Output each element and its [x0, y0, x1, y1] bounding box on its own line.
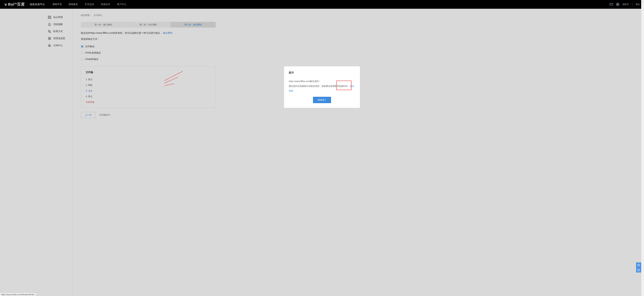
modal-line2: 建议您向百度搜索主动推送资源，缩短爬虫发现网页链接时间。提交资源 — [289, 84, 355, 93]
modal-overlay: 提示 https://www.ffffee.com验证成功！ 建议您向百度搜索主… — [0, 0, 644, 296]
svg-rect-18 — [638, 269, 640, 271]
scroll-up-icon[interactable]: ▴ — [641, 0, 644, 3]
modal-body: https://www.ffffee.com验证成功！ 建议您向百度搜索主动推送… — [289, 79, 355, 93]
modal-ok-button[interactable]: 我知道了 — [313, 97, 331, 103]
help-icon — [637, 264, 640, 266]
modal-actions: 我知道了 — [289, 97, 355, 103]
float-feedback-button[interactable] — [636, 267, 641, 272]
scrollbar[interactable]: ▴ — [641, 0, 644, 296]
annotation-lines — [0, 0, 644, 296]
svg-line-13 — [164, 71, 183, 81]
svg-point-17 — [638, 265, 639, 266]
svg-line-15 — [164, 84, 174, 86]
modal-line1: https://www.ffffee.com验证成功！ — [289, 79, 355, 84]
float-widgets — [636, 262, 641, 272]
modal: 提示 https://www.ffffee.com验证成功！ 建议您向百度搜索主… — [284, 66, 360, 108]
svg-line-14 — [164, 77, 178, 83]
feedback-icon — [637, 269, 640, 271]
modal-title: 提示 — [289, 71, 355, 74]
float-help-button[interactable] — [636, 262, 641, 267]
status-bar: https://ziyuan.baidu.com/linksubmit/inde… — [0, 293, 36, 296]
